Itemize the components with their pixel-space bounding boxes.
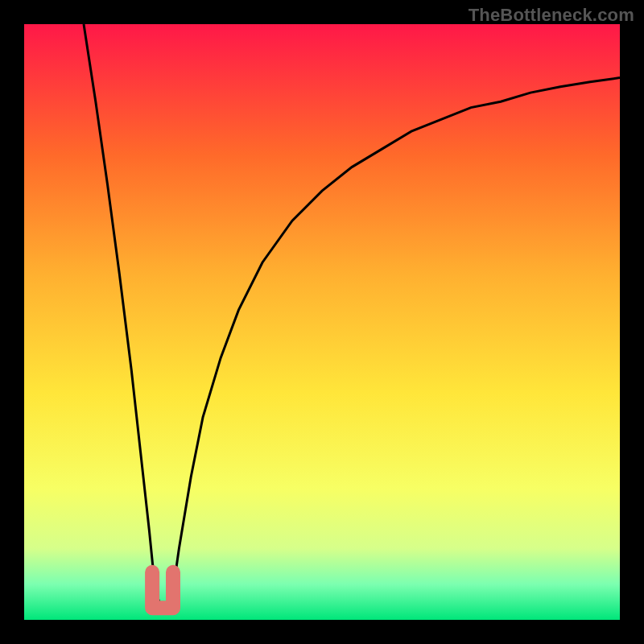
gradient-background bbox=[24, 24, 620, 620]
bottleneck-chart bbox=[24, 24, 620, 620]
watermark-text: TheBottleneck.com bbox=[469, 5, 634, 26]
plot-area bbox=[24, 24, 620, 620]
chart-frame: TheBottleneck.com bbox=[0, 0, 644, 644]
